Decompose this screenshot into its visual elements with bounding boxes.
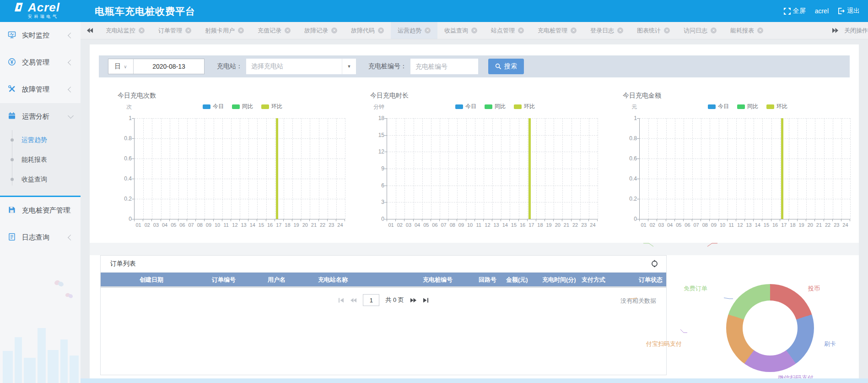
gridline-vertical [841, 118, 842, 219]
legend-item-同比[interactable]: 同比 [232, 103, 253, 110]
sidebar-subitem-运营趋势[interactable]: 运营趋势 [0, 130, 81, 150]
legend-item-同比[interactable]: 同比 [485, 103, 506, 110]
first-page-button[interactable] [338, 297, 344, 303]
prev-page-button[interactable] [350, 297, 357, 303]
sidebar-subitem-能耗报表[interactable]: 能耗报表 [0, 150, 81, 170]
chart-plot-area [134, 118, 345, 219]
legend-item-环比[interactable]: 环比 [261, 103, 282, 110]
tab-scroll-left-button[interactable] [81, 22, 99, 39]
tab-scroll-right-button[interactable] [826, 22, 844, 39]
sidebar-item-充电桩资产管理[interactable]: 充电桩资产管理 [0, 197, 81, 224]
legend-label: 同比 [242, 103, 253, 110]
logout-button[interactable]: 退出 [835, 7, 863, 15]
x-axis-tick [657, 219, 657, 221]
sidebar-item-label: 日志查询 [22, 233, 49, 242]
station-select[interactable]: 选择充电站 ▼ [246, 59, 356, 74]
x-axis-label: 09 [204, 222, 213, 228]
tab-登录日志[interactable]: 登录日志✕ [583, 22, 630, 39]
legend-item-环比[interactable]: 环比 [514, 103, 535, 110]
tab-充值记录[interactable]: 充值记录✕ [251, 22, 297, 39]
tab-close-icon[interactable]: ✕ [471, 27, 477, 33]
x-axis-tick [850, 219, 850, 221]
sidebar-item-运营分析[interactable]: 运营分析 [0, 103, 81, 130]
tab-充电桩管理[interactable]: 充电桩管理✕ [531, 22, 583, 39]
tab-close-icon[interactable]: ✕ [331, 27, 337, 33]
username-menu[interactable]: acrel [812, 7, 831, 15]
tab-close-icon[interactable]: ✕ [425, 27, 431, 33]
sidebar-item-日志查询[interactable]: 日志查询 [0, 224, 81, 251]
tab-图表统计[interactable]: 图表统计✕ [630, 22, 677, 39]
legend-item-同比[interactable]: 同比 [737, 103, 758, 110]
y-axis-label: 0.2 [101, 196, 132, 202]
tab-close-icon[interactable]: ✕ [571, 27, 577, 33]
tab-close-icon[interactable]: ✕ [285, 27, 291, 33]
butterfly-icon [65, 292, 73, 299]
legend-item-环比[interactable]: 环比 [766, 103, 787, 110]
tab-充电站监控[interactable]: 充电站监控✕ [99, 22, 151, 39]
tab-故障代码[interactable]: 故障代码✕ [344, 22, 391, 39]
panel-action-button[interactable] [651, 260, 658, 269]
tab-站点管理[interactable]: 站点管理✕ [484, 22, 531, 39]
period-select[interactable]: 日 ∨ [108, 59, 134, 74]
acrel-logo-icon [13, 1, 25, 13]
sidebar-item-交易管理[interactable]: 交易管理 [0, 49, 81, 76]
tab-close-icon[interactable]: ✕ [378, 27, 384, 33]
tab-label: 故障代码 [351, 27, 375, 35]
tab-运营趋势[interactable]: 运营趋势✕ [391, 22, 437, 39]
tab-订单管理[interactable]: 订单管理✕ [151, 22, 198, 39]
x-axis-label: 04 [665, 222, 674, 228]
chevron-left-icon [68, 33, 74, 38]
x-axis-label: 08 [195, 222, 205, 228]
y-axis-label: 0.8 [606, 135, 637, 142]
logout-icon [838, 8, 845, 14]
tab-收益查询[interactable]: 收益查询✕ [437, 22, 484, 39]
tab-close-icon[interactable]: ✕ [238, 27, 244, 33]
tab-close-icon[interactable]: ✕ [711, 27, 717, 33]
sidebar-item-故障管理[interactable]: 故障管理 [0, 76, 81, 103]
tab-close-icon[interactable]: ✕ [757, 27, 763, 33]
close-all-tabs-button[interactable]: 关闭操作 [844, 27, 868, 35]
x-axis-label: 05 [674, 222, 683, 228]
gridline-horizontal [135, 118, 345, 119]
cycle-circle-icon [651, 260, 658, 268]
gridline-vertical [284, 118, 284, 219]
x-axis-tick [248, 219, 248, 221]
page-title: 电瓶车充电桩收费平台 [95, 5, 195, 18]
tab-访问日志[interactable]: 访问日志✕ [677, 22, 723, 39]
tab-close-icon[interactable]: ✕ [185, 27, 191, 33]
order-list-panel: 订单列表 创建日期订单编号用户名充电站名称充电桩编号回路号金额(元)充电时间(分… [100, 255, 667, 375]
gridline-vertical [798, 118, 798, 219]
x-axis-tick [257, 219, 257, 221]
gridline-vertical [205, 118, 205, 219]
disk-icon [8, 206, 16, 215]
pile-number-input[interactable] [410, 59, 478, 74]
fullscreen-button[interactable]: 全屏 [781, 7, 809, 15]
tab-能耗报表[interactable]: 能耗报表✕ [723, 22, 770, 39]
tab-close-icon[interactable]: ✕ [664, 27, 670, 33]
tab-射频卡用户[interactable]: 射频卡用户✕ [198, 22, 251, 39]
gridline-vertical [728, 118, 728, 219]
x-axis-tick [648, 219, 648, 221]
brand-logo: Acrel 安科瑞电气 [13, 1, 60, 20]
page-number-input[interactable] [363, 294, 379, 306]
sidebar-subitem-收益查询[interactable]: 收益查询 [0, 170, 81, 189]
tab-close-icon[interactable]: ✕ [518, 27, 524, 33]
legend-item-今日[interactable]: 今日 [203, 103, 224, 110]
search-button[interactable]: 搜索 [488, 59, 524, 74]
legend-swatch [203, 104, 210, 109]
tab-label: 充电站监控 [106, 27, 135, 35]
horizontal-scrollbar[interactable] [81, 378, 868, 383]
sidebar-item-实时监控[interactable]: 实时监控 [0, 22, 81, 49]
tab-close-icon[interactable]: ✕ [617, 27, 623, 33]
last-page-button[interactable] [423, 297, 429, 303]
legend-item-今日[interactable]: 今日 [455, 103, 476, 110]
tab-故障记录[interactable]: 故障记录✕ [297, 22, 344, 39]
payment-method-donut-chart[interactable] [726, 284, 814, 372]
x-axis-label: 22 [823, 222, 832, 228]
next-page-button[interactable] [410, 297, 417, 303]
legend-item-今日[interactable]: 今日 [708, 103, 729, 110]
date-input[interactable] [134, 59, 204, 74]
chart-title: 今日充电时长 [370, 92, 409, 100]
x-axis-tick [387, 219, 387, 221]
tab-close-icon[interactable]: ✕ [139, 27, 145, 33]
